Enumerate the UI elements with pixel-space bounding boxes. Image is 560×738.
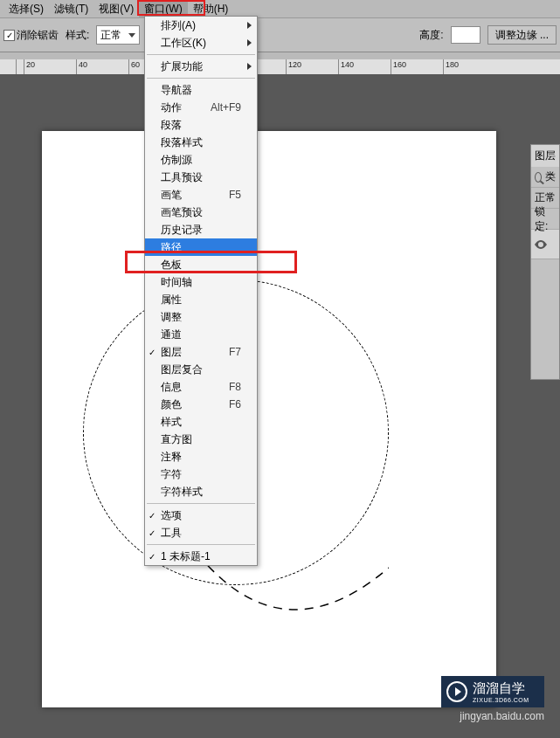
menu-label: 选项	[161, 508, 182, 523]
submenu-arrow-icon	[247, 39, 252, 46]
menu-label: 历史记录	[161, 223, 203, 238]
play-triangle-icon	[455, 687, 461, 696]
menu-label: 画笔	[161, 188, 182, 203]
style-dropdown[interactable]: 正常	[96, 25, 140, 45]
menu-paragraph[interactable]: 段落	[145, 116, 257, 134]
menu-clone-source[interactable]: 仿制源	[145, 151, 257, 169]
menu-label: 直方图	[161, 432, 192, 447]
ruler-tick: 140	[338, 59, 391, 74]
menu-brush[interactable]: 画笔 F5	[145, 186, 257, 203]
menu-label: 时间轴	[161, 275, 192, 290]
menu-label: 路径	[161, 240, 182, 255]
layers-panel: 图层 类 正常 锁定:	[530, 144, 560, 380]
menu-workspace[interactable]: 工作区(K)	[145, 34, 257, 52]
menu-doc1[interactable]: ✓ 1 未标题-1	[145, 548, 257, 565]
menu-label: 样式	[161, 415, 182, 430]
menu-label: 注释	[161, 450, 182, 465]
menu-separator	[147, 544, 255, 545]
antialias-wrap[interactable]: ✓ 消除锯齿	[3, 28, 59, 43]
submenu-arrow-icon	[247, 63, 252, 70]
menu-channels[interactable]: 通道	[145, 326, 257, 343]
menu-history[interactable]: 历史记录	[145, 221, 257, 238]
menu-character[interactable]: 字符	[145, 466, 257, 483]
menu-tool-presets[interactable]: 工具预设	[145, 169, 257, 186]
menu-navigator[interactable]: 导航器	[145, 81, 257, 99]
height-input[interactable]	[451, 26, 480, 44]
ruler-tick: 0	[0, 59, 24, 74]
blend-mode-label: 正常	[535, 190, 556, 205]
menu-properties[interactable]: 属性	[145, 291, 257, 308]
refine-edge-button[interactable]: 调整边缘 ...	[487, 25, 557, 45]
menu-actions[interactable]: 动作 Alt+F9	[145, 99, 257, 116]
menu-label: 字符样式	[161, 485, 203, 500]
menu-label: 图层复合	[161, 362, 203, 377]
menu-label: 段落	[161, 118, 182, 133]
ruler-tick: 180	[443, 59, 495, 74]
menu-label: 画笔预设	[161, 205, 203, 220]
check-icon: ✓	[149, 511, 156, 521]
menu-separator	[147, 78, 255, 79]
ruler-tick: 160	[391, 59, 443, 74]
ruler-tick: 40	[76, 59, 128, 74]
menu-layer-comps[interactable]: 图层复合	[145, 361, 257, 378]
menu-shortcut: F5	[229, 189, 241, 201]
menu-label: 字符	[161, 467, 182, 482]
layers-tab[interactable]: 图层	[531, 145, 559, 167]
refine-edge-label: 调整边缘 ...	[495, 28, 549, 43]
menu-styles[interactable]: 样式	[145, 413, 257, 431]
menu-label: 属性	[161, 293, 182, 307]
menu-layers[interactable]: ✓ 图层 F7	[145, 343, 257, 361]
menu-timeline[interactable]: 时间轴	[145, 273, 257, 291]
menu-brush-presets[interactable]: 画笔预设	[145, 203, 257, 221]
check-icon: ✓	[149, 348, 156, 357]
menu-view[interactable]: 视图(V)	[93, 0, 139, 18]
menu-label: 图层	[161, 345, 182, 360]
menu-shortcut: F8	[229, 381, 241, 393]
menu-label: 通道	[161, 328, 182, 342]
visibility-icon[interactable]	[535, 238, 547, 251]
ruler-tick: 20	[24, 59, 76, 74]
menu-label: 导航器	[161, 83, 192, 98]
menu-separator	[147, 503, 255, 504]
menu-swatches[interactable]: 色板	[145, 256, 257, 273]
menu-label: 仿制源	[161, 153, 192, 168]
menu-label: 扩展功能	[161, 59, 203, 74]
menu-label: 1 未标题-1	[161, 549, 211, 564]
menu-histogram[interactable]: 直方图	[145, 431, 257, 448]
menu-info[interactable]: 信息 F8	[145, 378, 257, 396]
watermark-title: 溜溜自学	[473, 680, 529, 697]
menu-tools[interactable]: ✓ 工具	[145, 524, 257, 541]
menu-label: 工作区(K)	[161, 36, 206, 51]
menu-extensions[interactable]: 扩展功能	[145, 58, 257, 75]
menubar: 选择(S) 滤镜(T) 视图(V) 窗口(W) 帮助(H)	[0, 0, 560, 17]
kind-label: 类	[545, 169, 556, 184]
menu-filter[interactable]: 滤镜(T)	[49, 0, 93, 18]
menu-shortcut: F6	[229, 398, 241, 410]
antialias-label: 消除锯齿	[17, 28, 59, 43]
menu-label: 调整	[161, 310, 182, 325]
menu-para-styles[interactable]: 段落样式	[145, 134, 257, 151]
antialias-checkbox[interactable]: ✓	[3, 30, 15, 41]
menu-label: 工具	[161, 526, 182, 541]
menu-color[interactable]: 颜色 F6	[145, 396, 257, 413]
menu-options[interactable]: ✓ 选项	[145, 507, 257, 524]
layer-row[interactable]	[531, 230, 559, 259]
menu-separator	[147, 54, 255, 55]
check-icon: ✓	[149, 552, 156, 562]
menu-arrange[interactable]: 排列(A)	[145, 17, 257, 34]
menu-char-styles[interactable]: 字符样式	[145, 483, 257, 500]
submenu-arrow-icon	[247, 22, 252, 29]
check-icon: ✓	[149, 528, 156, 538]
style-label: 样式:	[66, 28, 89, 43]
menu-adjustments[interactable]: 调整	[145, 308, 257, 326]
menu-paths[interactable]: 路径	[145, 238, 257, 256]
filter-row[interactable]: 类	[531, 167, 559, 188]
menu-notes[interactable]: 注释	[145, 448, 257, 466]
menu-shortcut: F7	[229, 346, 241, 358]
watermark-logo: 溜溜自学 ZIXUE.3D66.COM	[441, 676, 544, 707]
height-label: 高度:	[419, 28, 443, 43]
menu-select[interactable]: 选择(S)	[3, 0, 49, 18]
chevron-down-icon	[128, 33, 135, 38]
menu-label: 动作	[161, 100, 182, 115]
menu-label: 信息	[161, 380, 182, 395]
